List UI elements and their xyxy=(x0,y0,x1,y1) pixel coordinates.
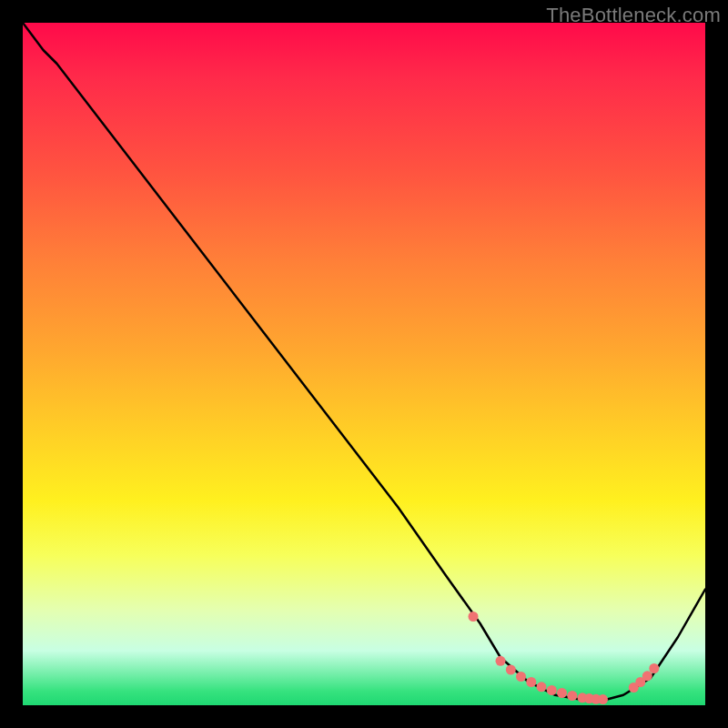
watermark-text: TheBottleneck.com xyxy=(546,4,721,27)
svg-point-12 xyxy=(598,694,608,704)
svg-point-5 xyxy=(537,682,547,692)
plot-area xyxy=(23,23,705,705)
svg-point-15 xyxy=(642,671,652,681)
scatter-dots xyxy=(469,612,660,704)
svg-point-1 xyxy=(496,656,506,666)
svg-point-2 xyxy=(506,665,516,675)
svg-point-3 xyxy=(516,672,526,682)
chart-svg xyxy=(23,23,705,705)
svg-point-4 xyxy=(526,677,536,687)
curve-line xyxy=(23,23,705,701)
svg-point-16 xyxy=(649,663,659,673)
svg-point-6 xyxy=(547,685,557,695)
svg-point-7 xyxy=(557,688,567,698)
svg-point-0 xyxy=(469,612,479,622)
svg-point-8 xyxy=(567,691,577,701)
chart-container: TheBottleneck.com xyxy=(0,0,728,728)
